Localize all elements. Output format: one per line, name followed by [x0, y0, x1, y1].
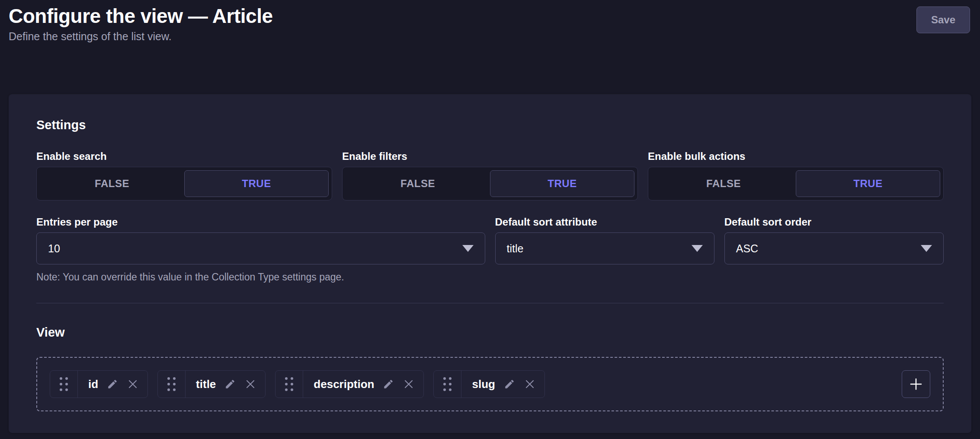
field-chip-label: id	[88, 378, 98, 391]
close-icon	[404, 379, 414, 389]
drag-handle-icon[interactable]	[434, 371, 461, 398]
configure-view-panel: Settings Enable search FALSE TRUE Enable…	[9, 94, 971, 433]
field-label: Enable filters	[342, 150, 638, 162]
field-entries-per-page: Entries per page 10 Note: You can overri…	[36, 216, 485, 283]
enable-bulk-actions-false-option[interactable]: FALSE	[651, 170, 796, 197]
field-label: Default sort attribute	[495, 216, 714, 228]
field-label: Default sort order	[724, 216, 944, 228]
field-default-sort-attribute: Default sort attribute title	[495, 216, 714, 283]
enable-filters-true-option[interactable]: TRUE	[490, 170, 634, 197]
field-enable-filters: Enable filters FALSE TRUE	[342, 150, 638, 200]
default-sort-order-value: ASC	[736, 242, 758, 255]
entries-per-page-select[interactable]: 10	[36, 232, 485, 264]
remove-field-button[interactable]	[245, 379, 256, 389]
edit-field-button[interactable]	[383, 379, 394, 390]
drag-handle-icon[interactable]	[158, 371, 186, 398]
caret-down-icon	[462, 245, 474, 252]
default-sort-order-select[interactable]: ASC	[724, 232, 944, 264]
enable-search-true-option[interactable]: TRUE	[184, 170, 329, 197]
field-label: Entries per page	[36, 216, 485, 228]
page-header-text: Configure the view — Article Define the …	[9, 5, 273, 42]
field-enable-bulk-actions: Enable bulk actions FALSE TRUE	[648, 150, 944, 200]
field-chip-description[interactable]: description	[275, 370, 424, 398]
view-heading: View	[36, 325, 944, 340]
field-chip-label: title	[196, 378, 216, 391]
field-chip-label: slug	[472, 378, 495, 391]
enable-bulk-actions-true-option[interactable]: TRUE	[796, 170, 940, 197]
enable-search-toggle: FALSE TRUE	[36, 167, 332, 200]
remove-field-button[interactable]	[404, 379, 414, 389]
page-header: Configure the view — Article Define the …	[0, 0, 980, 42]
entries-per-page-value: 10	[48, 242, 60, 255]
pencil-icon	[383, 379, 394, 390]
drag-handle-icon[interactable]	[50, 371, 78, 398]
edit-field-button[interactable]	[107, 379, 118, 390]
field-label: Enable search	[36, 150, 332, 162]
enable-filters-false-option[interactable]: FALSE	[346, 170, 490, 197]
edit-field-button[interactable]	[224, 379, 236, 390]
edit-field-button[interactable]	[504, 379, 515, 390]
plus-icon	[909, 377, 923, 391]
pencil-icon	[107, 379, 118, 390]
field-chip-title[interactable]: title	[157, 370, 266, 398]
field-chip-label: description	[314, 378, 374, 391]
section-divider	[36, 303, 944, 303]
enable-bulk-actions-toggle: FALSE TRUE	[648, 167, 944, 200]
caret-down-icon	[921, 245, 932, 252]
page-title: Configure the view — Article	[9, 5, 273, 27]
field-label: Enable bulk actions	[648, 150, 944, 162]
field-chip-slug[interactable]: slug	[433, 370, 544, 398]
enable-filters-toggle: FALSE TRUE	[342, 167, 638, 200]
save-button[interactable]: Save	[916, 6, 970, 33]
default-sort-attribute-select[interactable]: title	[495, 232, 714, 264]
default-sort-attribute-value: title	[507, 242, 524, 255]
settings-heading: Settings	[36, 118, 944, 132]
remove-field-button[interactable]	[525, 379, 535, 389]
close-icon	[525, 379, 535, 389]
add-field-button[interactable]	[902, 370, 930, 398]
field-default-sort-order: Default sort order ASC	[724, 216, 944, 283]
remove-field-button[interactable]	[128, 379, 138, 389]
drag-handle-icon[interactable]	[275, 371, 303, 398]
enable-search-false-option[interactable]: FALSE	[40, 170, 184, 197]
field-chip-id[interactable]: id	[50, 370, 148, 398]
settings-grid: Enable search FALSE TRUE Enable filters …	[36, 150, 944, 283]
close-icon	[245, 379, 256, 389]
view-fields-drop-zone: id title description	[36, 357, 944, 411]
close-icon	[128, 379, 138, 389]
pencil-icon	[224, 379, 236, 390]
caret-down-icon	[692, 245, 703, 252]
entries-per-page-note: Note: You can override this value in the…	[36, 271, 485, 283]
pencil-icon	[504, 379, 515, 390]
field-enable-search: Enable search FALSE TRUE	[36, 150, 332, 200]
page-subtitle: Define the settings of the list view.	[9, 30, 273, 42]
